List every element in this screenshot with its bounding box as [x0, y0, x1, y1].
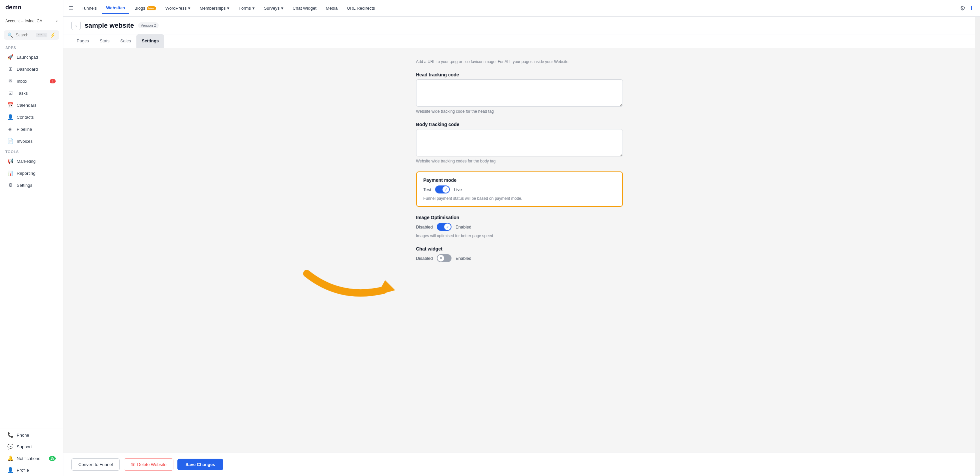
phone-icon: 📞 — [7, 432, 13, 438]
chevron-down-icon: ▾ — [188, 6, 190, 11]
back-button[interactable]: ‹ — [72, 21, 81, 30]
nav-item-url-redirects[interactable]: URL Redirects — [343, 3, 379, 13]
sidebar-item-label: Invoices — [17, 139, 33, 144]
chat-enabled-label: Enabled — [455, 256, 471, 261]
website-title: sample website — [85, 22, 134, 29]
info-icon[interactable]: ℹ — [969, 3, 975, 13]
payment-live-label: Live — [454, 187, 462, 192]
toggle-knob: ✓ — [442, 186, 449, 193]
chat-widget-toggle[interactable]: ✕ — [437, 254, 452, 262]
sidebar-item-launchpad[interactable]: 🚀 Launchpad — [2, 51, 61, 63]
profile-icon: 👤 — [7, 467, 13, 473]
nav-label-websites: Websites — [106, 5, 125, 10]
apps-section-label: Apps — [0, 43, 63, 51]
nav-item-media[interactable]: Media — [322, 3, 342, 13]
scrollbar-area — [975, 17, 980, 476]
tasks-icon: ☑ — [7, 90, 13, 96]
settings-content: Add a URL to your .png or .ico favicon i… — [64, 48, 975, 453]
sidebar-item-dashboard[interactable]: ⊞ Dashboard — [2, 64, 61, 75]
nav-item-wordpress[interactable]: WordPress ▾ — [161, 3, 194, 13]
account-selector[interactable]: Account -- Irvine, CA ▾ — [0, 15, 63, 27]
convert-to-funnel-button[interactable]: Convert to Funnel — [72, 458, 120, 471]
sidebar-item-label: Reporting — [17, 171, 35, 176]
body-tracking-input[interactable] — [416, 129, 623, 156]
head-tracking-input[interactable] — [416, 80, 623, 107]
tab-settings[interactable]: Settings — [136, 34, 164, 48]
sidebar-item-invoices[interactable]: 📄 Invoices — [2, 135, 61, 147]
image-enabled-label: Enabled — [455, 224, 471, 229]
sidebar-item-pipeline[interactable]: ◈ Pipeline — [2, 123, 61, 135]
image-opt-toggle[interactable]: ✓ — [437, 223, 452, 231]
toggle-knob: ✕ — [438, 255, 444, 261]
sidebar-bottom: 📞 Phone 💬 Support 🔔 Notifications 15 👤 P… — [0, 429, 63, 476]
hamburger-menu-icon[interactable]: ☰ — [69, 5, 73, 11]
sidebar-item-label: Pipeline — [17, 127, 32, 132]
tab-stats[interactable]: Stats — [94, 34, 115, 48]
main-area: ☰ Funnels Websites Blogs New WordPress ▾… — [64, 0, 980, 476]
nav-item-chat-widget[interactable]: Chat Widget — [289, 3, 321, 13]
sidebar-item-label: Inbox — [17, 79, 27, 84]
sidebar-item-label: Notifications — [17, 456, 40, 461]
sidebar-item-support[interactable]: 💬 Support — [2, 441, 61, 452]
sidebar-item-phone[interactable]: 📞 Phone — [2, 429, 61, 441]
payment-mode-toggle[interactable]: ✓ — [435, 185, 450, 193]
notifications-icon: 🔔 — [7, 455, 13, 461]
inbox-icon: ✉ — [7, 78, 13, 84]
dashboard-icon: ⊞ — [7, 66, 13, 72]
favicon-hint: Add a URL to your .png or .ico favicon i… — [416, 59, 623, 64]
sidebar-item-label: Contacts — [17, 115, 34, 120]
inbox-badge: 1 — [50, 79, 56, 83]
content-area: ‹ sample website Version 2 Pages Stats S… — [64, 17, 980, 476]
pipeline-icon: ◈ — [7, 126, 13, 132]
settings-gear-icon[interactable]: ⚙ — [958, 3, 967, 14]
favicon-group: Add a URL to your .png or .ico favicon i… — [416, 59, 623, 64]
delete-label: Delete Website — [137, 462, 166, 467]
sidebar-item-marketing[interactable]: 📢 Marketing — [2, 156, 61, 167]
sidebar-item-tasks[interactable]: ☑ Tasks — [2, 88, 61, 99]
chat-widget-label: Chat widget — [416, 246, 623, 252]
image-hint: Images will optimised for better page sp… — [416, 234, 623, 238]
nav-item-memberships[interactable]: Memberships ▾ — [196, 3, 234, 13]
support-icon: 💬 — [7, 444, 13, 450]
nav-item-funnels[interactable]: Funnels — [77, 3, 101, 13]
account-name: Account -- Irvine, CA — [5, 19, 42, 23]
new-badge: New — [147, 6, 156, 10]
delete-website-button[interactable]: 🗑 Delete Website — [124, 458, 173, 471]
search-shortcut: ctrl K — [37, 33, 47, 37]
payment-mode-toggle-row: Test ✓ Live — [423, 185, 616, 193]
nav-item-forms[interactable]: Forms ▾ — [235, 3, 259, 13]
nav-label-funnels: Funnels — [81, 6, 97, 11]
save-changes-button[interactable]: Save Changes — [177, 458, 223, 470]
sidebar-item-profile[interactable]: 👤 Profile — [2, 464, 61, 476]
nav-item-websites[interactable]: Websites — [102, 3, 129, 14]
sidebar-item-inbox[interactable]: ✉ Inbox 1 — [2, 75, 61, 87]
body-tracking-label: Body tracking code — [416, 122, 623, 127]
sidebar-item-label: Support — [17, 444, 32, 449]
tab-pages[interactable]: Pages — [72, 34, 94, 48]
sidebar-item-notifications[interactable]: 🔔 Notifications 15 — [2, 453, 61, 464]
chevron-down-icon: ▾ — [227, 6, 229, 11]
tab-sales[interactable]: Sales — [115, 34, 137, 48]
nav-item-surveys[interactable]: Surveys ▾ — [260, 3, 288, 13]
nav-label-memberships: Memberships — [200, 6, 226, 11]
sidebar-item-calendars[interactable]: 📅 Calendars — [2, 99, 61, 111]
image-opt-group: Image Optimisation Disabled ✓ Enabled Im… — [416, 215, 623, 238]
image-disabled-label: Disabled — [416, 224, 433, 229]
sidebar-item-label: Settings — [17, 183, 32, 188]
sidebar: demo Account -- Irvine, CA ▾ 🔍 Search ct… — [0, 0, 64, 476]
nav-label-chat-widget: Chat Widget — [293, 6, 317, 11]
body-tracking-group: Body tracking code Website wide tracking… — [416, 122, 623, 164]
sidebar-item-contacts[interactable]: 👤 Contacts — [2, 111, 61, 123]
sidebar-item-label: Dashboard — [17, 67, 38, 72]
search-bar[interactable]: 🔍 Search ctrl K ⚡ — [4, 30, 59, 40]
version-badge: Version 2 — [138, 22, 159, 29]
chevron-down-icon: ▾ — [253, 6, 255, 11]
tools-section-label: Tools — [0, 147, 63, 155]
sidebar-item-reporting[interactable]: 📊 Reporting — [2, 167, 61, 179]
chat-widget-group: Chat widget Disabled ✕ Enabled — [416, 246, 623, 262]
nav-label-forms: Forms — [239, 6, 251, 11]
image-opt-label: Image Optimisation — [416, 215, 623, 220]
search-label: Search — [16, 33, 34, 37]
nav-item-blogs[interactable]: Blogs New — [130, 3, 160, 13]
sidebar-item-settings[interactable]: ⚙ Settings — [2, 180, 61, 191]
